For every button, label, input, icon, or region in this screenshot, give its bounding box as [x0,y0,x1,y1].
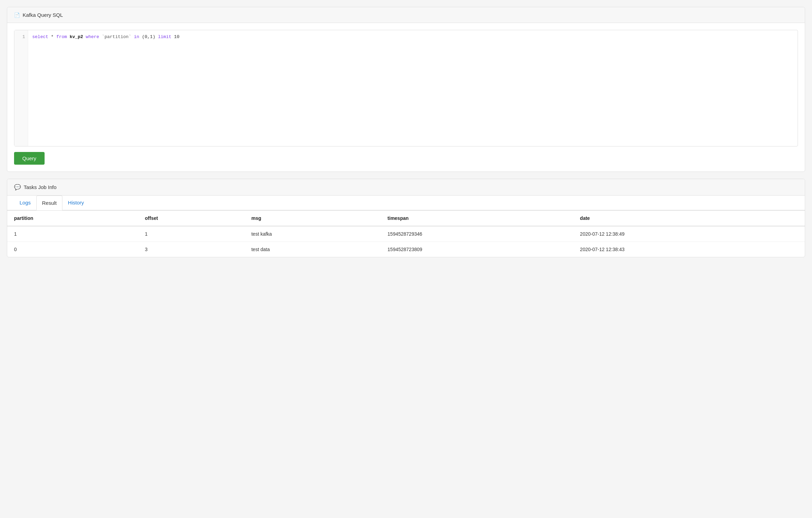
line-numbers: 1 [14,30,28,146]
keyword-where: where [86,34,99,39]
job-info-body: Logs Result History partition offset msg… [7,196,805,257]
job-info-title: Tasks Job Info [24,184,57,190]
sql-code[interactable]: select * from kv_p2 where `partition` in… [28,30,798,146]
sql-editor[interactable]: 1 select * from kv_p2 where `partition` … [14,30,798,146]
table-row: 03test data15945287238092020-07-12 12:38… [7,242,805,257]
table-cell: 3 [138,242,244,257]
keyword-select: select [32,34,48,39]
query-sql-card: 📄 Kafka Query SQL 1 select * from kv_p2 … [7,7,805,172]
table-cell: test kafka [244,226,381,242]
table-cell: 0 [7,242,138,257]
table-cell: 2020-07-12 12:38:49 [573,226,805,242]
job-info-header: 💬 Tasks Job Info [7,179,805,196]
query-sql-title: Kafka Query SQL [23,12,63,18]
tab-result[interactable]: Result [36,196,63,210]
keyword-in: in [134,34,140,39]
table-name: kv_p2 [70,34,83,39]
plain-space4 [131,34,134,39]
table-cell: 1 [138,226,244,242]
col-header-timespan: timespan [381,211,573,226]
tab-history[interactable]: History [62,196,89,210]
tab-logs[interactable]: Logs [14,196,36,210]
table-cell: 1594528729346 [381,226,573,242]
keyword-limit: limit [158,34,171,39]
table-cell: 2020-07-12 12:38:43 [573,242,805,257]
col-header-date: date [573,211,805,226]
keyword-from: from [56,34,67,39]
table-cell: 1594528723809 [381,242,573,257]
table-header-row: partition offset msg timespan date [7,211,805,226]
plain-space2 [83,34,86,39]
result-table: partition offset msg timespan date 11tes… [7,210,805,257]
job-info-card: 💬 Tasks Job Info Logs Result History par… [7,179,805,257]
plain-space3 [99,34,102,39]
column-partition: `partition` [102,34,131,39]
table-cell: test data [244,242,381,257]
col-header-msg: msg [244,211,381,226]
plain-limit-val: 10 [171,34,179,39]
tabs-bar: Logs Result History [7,196,805,210]
table-row: 11test kafka15945287293462020-07-12 12:3… [7,226,805,242]
database-icon: 📄 [14,12,20,18]
table-cell: 1 [7,226,138,242]
line-number-1: 1 [17,34,25,41]
plain-values: (0,1) [139,34,158,39]
col-header-partition: partition [7,211,138,226]
plain-star: * [48,34,56,39]
tasks-icon: 💬 [14,184,21,190]
col-header-offset: offset [138,211,244,226]
query-sql-header: 📄 Kafka Query SQL [7,7,805,23]
query-sql-body: 1 select * from kv_p2 where `partition` … [7,23,805,172]
query-button[interactable]: Query [14,152,45,165]
